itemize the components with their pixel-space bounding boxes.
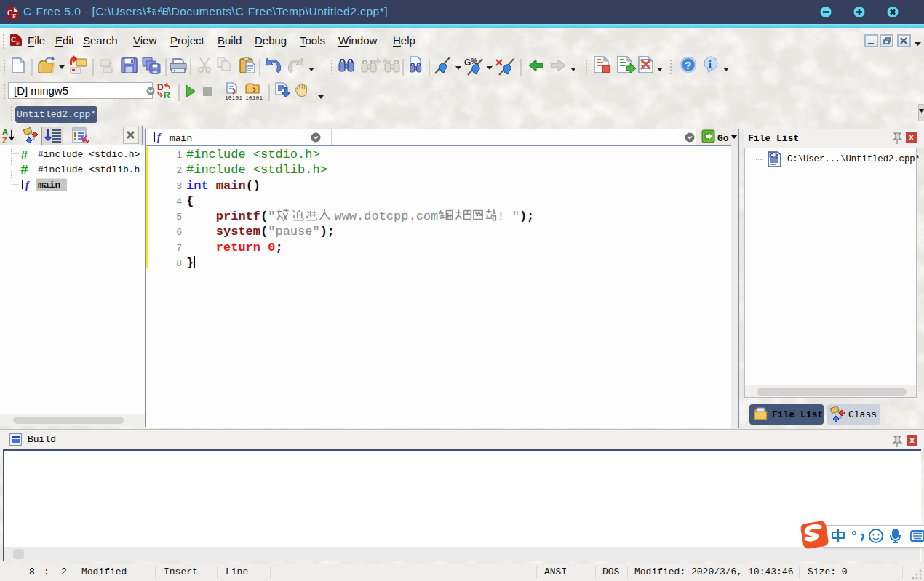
svg-text:Z: Z xyxy=(2,136,7,145)
svg-text:10101: 10101 xyxy=(225,95,242,101)
svg-text:#: # xyxy=(20,163,28,177)
svg-text:G: G xyxy=(464,57,471,68)
svg-text:#: # xyxy=(20,148,28,163)
svg-text:10101: 10101 xyxy=(245,95,263,101)
svg-text:R: R xyxy=(164,90,170,100)
svg-text:C: C xyxy=(770,153,773,159)
svg-text:#include <stdio.h>: #include <stdio.h> xyxy=(38,149,140,160)
svg-text:D: D xyxy=(157,82,164,92)
svg-text:Go: Go xyxy=(717,133,729,144)
svg-text:#include <stdlib.h: #include <stdlib.h xyxy=(38,164,140,175)
svg-text:main: main xyxy=(38,180,60,191)
svg-text:f: f xyxy=(157,132,162,143)
svg-text:f: f xyxy=(25,180,30,191)
svg-text:i: i xyxy=(709,59,712,70)
svg-text:main: main xyxy=(170,133,192,144)
svg-text:A: A xyxy=(2,127,8,136)
svg-text:?: ? xyxy=(685,59,691,71)
svg-text:F: F xyxy=(16,39,20,47)
svg-text:F: F xyxy=(12,12,17,19)
